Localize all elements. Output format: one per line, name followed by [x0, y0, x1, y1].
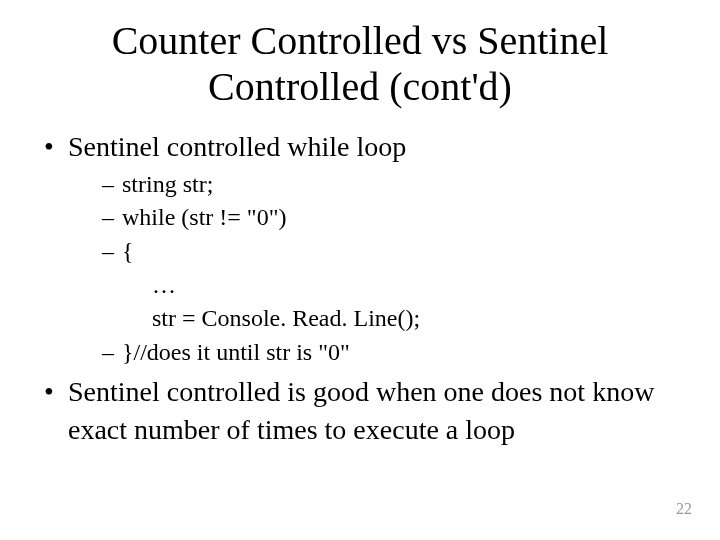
bullet-explanation: Sentinel controlled is good when one doe… [40, 373, 690, 449]
page-number: 22 [676, 500, 692, 518]
slide-title: Counter Controlled vs Sentinel Controlle… [70, 18, 650, 110]
code-sublist: string str; while (str != "0") { … str =… [68, 168, 690, 370]
code-line-close-brace: }//does it until str is "0" [102, 336, 690, 370]
bullet-text: Sentinel controlled while loop [68, 131, 406, 162]
code-line-readline: str = Console. Read. Line(); [102, 302, 690, 336]
code-line-while: while (str != "0") [102, 201, 690, 235]
code-line-open-brace: { [102, 235, 690, 269]
bullet-sentinel-loop: Sentinel controlled while loop string st… [40, 128, 690, 369]
bullet-list: Sentinel controlled while loop string st… [30, 128, 690, 449]
slide: Counter Controlled vs Sentinel Controlle… [0, 0, 720, 540]
code-line-decl: string str; [102, 168, 690, 202]
code-line-ellipsis: … [102, 269, 690, 303]
